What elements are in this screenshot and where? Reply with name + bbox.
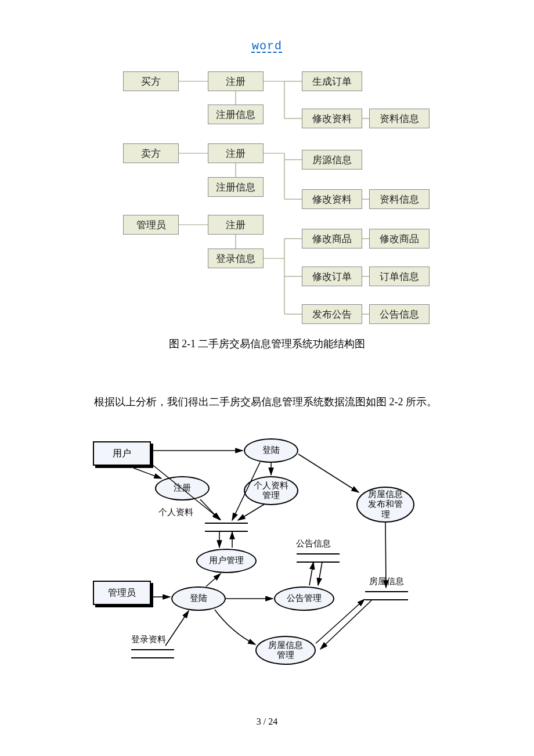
svg-line-41 <box>316 599 365 643</box>
svg-line-35 <box>206 574 221 586</box>
svg-line-27 <box>200 499 219 520</box>
svg-line-30 <box>232 462 260 520</box>
svg-line-38 <box>309 562 313 585</box>
svg-line-37 <box>165 611 189 646</box>
svg-line-24 <box>134 468 161 478</box>
dfd-connectors <box>0 0 534 697</box>
svg-line-40 <box>385 523 386 588</box>
page-number: 3 / 24 <box>0 717 534 727</box>
svg-line-26 <box>152 465 221 520</box>
svg-line-39 <box>318 562 322 585</box>
svg-line-29 <box>298 454 359 492</box>
svg-line-42 <box>320 600 371 649</box>
svg-line-31 <box>238 504 265 520</box>
